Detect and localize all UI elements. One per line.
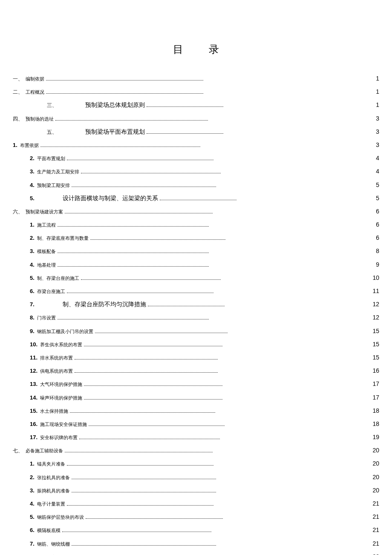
toc-entry-number: 五、 bbox=[47, 128, 57, 137]
toc-entry-page: 4 bbox=[362, 166, 379, 177]
toc-entry-label: 生产能力及工期安排 bbox=[37, 168, 79, 176]
toc-leader bbox=[67, 155, 214, 160]
toc-entry-page: 10 bbox=[362, 273, 379, 283]
page-title: 目录 bbox=[13, 43, 379, 56]
toc-entry: 1.施工流程6 bbox=[13, 219, 379, 230]
toc-leader bbox=[72, 488, 216, 492]
toc-leader bbox=[72, 182, 216, 187]
toc-entry-label: 养生供水系统的布置 bbox=[40, 341, 82, 349]
toc-entry-number: 5. bbox=[30, 193, 35, 203]
toc-entry-page: 18 bbox=[362, 419, 379, 429]
toc-leader bbox=[75, 355, 217, 359]
toc-entry-page: 15 bbox=[362, 339, 379, 350]
toc-entry-label: 模板配备 bbox=[37, 247, 56, 256]
toc-entry: 2.平面布置规划4 bbox=[13, 153, 379, 164]
toc-entry-number: 6. bbox=[30, 286, 35, 296]
toc-entry-label: 水土保持措施 bbox=[40, 407, 68, 416]
toc-entry-number: 1. bbox=[13, 140, 17, 150]
toc-entry-label: 施工流程 bbox=[37, 221, 56, 230]
toc-entry-label: 制、存梁台座防不均匀沉降措施 bbox=[63, 299, 146, 310]
toc-entry-label: 施工现场安全保证措施 bbox=[40, 420, 87, 429]
toc-leader bbox=[81, 169, 221, 174]
toc-entry: 8.门吊设置12 bbox=[13, 312, 379, 323]
toc-entry-page: 6 bbox=[362, 219, 379, 230]
toc-leader bbox=[67, 501, 214, 506]
toc-entry: 6.存梁台座施工11 bbox=[13, 286, 379, 296]
toc-entry: 8.辅助生产区的布置22 bbox=[13, 552, 379, 555]
toc-entry-page: 21 bbox=[362, 498, 379, 509]
toc-entry-page: 17 bbox=[362, 379, 379, 389]
toc-leader bbox=[65, 448, 213, 452]
toc-entry-page: 5 bbox=[362, 193, 379, 204]
toc-entry: 1.锚具夹片准备20 bbox=[13, 458, 379, 469]
toc-entry-number: 6. bbox=[30, 525, 35, 535]
toc-leader bbox=[70, 408, 215, 413]
toc-entry-label: 横隔板底模 bbox=[37, 526, 61, 535]
toc-leader bbox=[55, 116, 208, 121]
toc-entry-number: 17. bbox=[30, 432, 37, 442]
toc-leader bbox=[58, 222, 209, 227]
toc-entry-page: 21 bbox=[362, 525, 379, 535]
toc-leader bbox=[65, 209, 213, 213]
toc-entry-page: 1 bbox=[362, 73, 379, 84]
toc-entry-number: 2. bbox=[30, 153, 35, 163]
toc-entry: 4.预制梁工期安排5 bbox=[13, 180, 379, 190]
toc-entry-page: 21 bbox=[362, 538, 379, 549]
toc-entry: 5.制、存梁台座的施工10 bbox=[13, 273, 379, 283]
toc-entry-page: 9 bbox=[362, 259, 379, 270]
toc-entry-page: 19 bbox=[362, 432, 379, 443]
toc-entry-number: 一、 bbox=[13, 75, 23, 84]
toc-entry: 六、预制梁场建设方案6 bbox=[13, 206, 379, 217]
toc-entry-number: 七、 bbox=[13, 446, 23, 456]
toc-entry-label: 振捣机具的准备 bbox=[37, 487, 70, 495]
toc-entry: 11.排水系统的布置15 bbox=[13, 352, 379, 363]
toc-entry: 9.钢筋加工棚及小门吊的设置15 bbox=[13, 326, 379, 336]
toc-leader bbox=[95, 328, 228, 333]
toc-leader bbox=[40, 142, 201, 147]
toc-entry-number: 7. bbox=[30, 539, 35, 549]
toc-entry-label: 设计路面横坡与制梁、运架梁的关系 bbox=[63, 193, 158, 204]
toc-entry-number: 11. bbox=[30, 353, 37, 362]
toc-entry-page: 1 bbox=[362, 100, 379, 110]
toc-entry: 2.张拉机具的准备20 bbox=[13, 472, 379, 483]
toc-entry-page: 15 bbox=[362, 352, 379, 363]
toc-entry: 5.设计路面横坡与制梁、运架梁的关系5 bbox=[13, 193, 379, 204]
toc-entry-page: 6 bbox=[362, 233, 379, 243]
toc-entry-page: 16 bbox=[362, 365, 379, 376]
toc-leader bbox=[84, 342, 222, 346]
toc-leader bbox=[84, 395, 222, 400]
toc-entry-label: 预制梁场建设方案 bbox=[26, 208, 63, 216]
toc-entry: 2.制、存梁底座布置与数量6 bbox=[13, 233, 379, 243]
toc-entry-label: 钢筋保护层垫块的布设 bbox=[37, 513, 84, 522]
toc-entry-number: 2. bbox=[30, 472, 35, 482]
toc-entry: 三、预制梁场总体规划原则1 bbox=[13, 100, 379, 110]
toc-entry-label: 排水系统的布置 bbox=[40, 354, 73, 362]
toc-entry-number: 4. bbox=[30, 180, 35, 190]
toc-entry: 13.大气环境的保护措施17 bbox=[13, 379, 379, 389]
toc-entry-page: 15 bbox=[362, 326, 379, 336]
toc-entry: 一、编制依据1 bbox=[13, 73, 379, 84]
toc-entry-page: 3 bbox=[362, 127, 379, 137]
toc-entry-page: 4 bbox=[362, 153, 379, 164]
toc-entry-label: 大气环境的保护措施 bbox=[40, 380, 82, 389]
toc-entry-number: 10. bbox=[30, 339, 37, 349]
toc-entry: 七、必备施工辅助设备20 bbox=[13, 445, 379, 456]
toc-leader bbox=[79, 434, 220, 439]
toc-entry-number: 4. bbox=[30, 260, 35, 270]
toc-entry-label: 预制梁场平面布置规划 bbox=[85, 127, 145, 137]
toc-entry-label: 锚具夹片准备 bbox=[37, 460, 65, 469]
toc-entry-number: 四、 bbox=[13, 115, 23, 124]
toc-leader bbox=[67, 461, 214, 466]
toc-entry-number: 2. bbox=[30, 233, 35, 243]
toc-entry-label: 张拉机具的准备 bbox=[37, 474, 70, 482]
toc-entry-number: 9. bbox=[30, 326, 35, 336]
toc-leader bbox=[46, 76, 203, 81]
toc-entry-number: 13. bbox=[30, 379, 37, 389]
toc-entry-number: 8. bbox=[30, 552, 35, 555]
toc-entry-label: 编制依据 bbox=[26, 75, 44, 83]
toc-entry-label: 布置依据 bbox=[20, 141, 39, 150]
toc-entry-number: 3. bbox=[30, 486, 35, 495]
toc-entry-page: 12 bbox=[362, 312, 379, 323]
toc-entry-number: 3. bbox=[30, 167, 35, 176]
toc-entry: 1.布置依据3 bbox=[13, 140, 379, 150]
